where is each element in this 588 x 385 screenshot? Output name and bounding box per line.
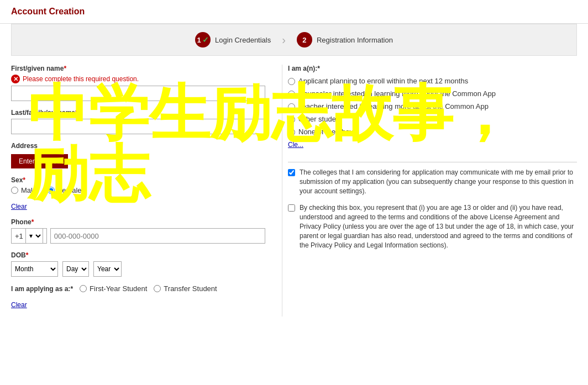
right-column: I am a(n):* Applicant planning to enroll… [282,65,577,317]
steps-bar: 1✓ Login Credentials › 2 Registration In… [11,24,577,56]
checkbox1-option: The colleges that I am considering for a… [288,168,577,196]
phone-country-code: +1 ▾ [11,228,47,244]
applying-first-year-label: First-Year Student [90,284,147,293]
iam-radio-5[interactable] [288,129,295,136]
sex-female-radio[interactable] [48,187,55,194]
applying-as-label: I am applying as a:* [11,285,73,293]
step-1-circle: 1✓ [195,32,211,48]
sex-female-label: Female [57,186,81,194]
checkbox2[interactable] [288,204,295,212]
checkbox1-text: The colleges that I am considering for a… [300,168,577,196]
applying-transfer: Transfer Student [154,284,217,293]
sex-group: Sex* Male Female [11,176,265,194]
sex-options: Male Female [11,186,265,194]
iam-radio-2[interactable] [288,91,295,98]
section-divider [288,162,577,162]
sex-male-label: Male [21,186,36,194]
step-arrow: › [282,34,286,46]
iam-label-4: Other student [298,115,342,123]
applying-as-group: I am applying as a:* First-Year Student … [11,284,265,293]
step-1-label: Login Credentials [215,36,271,44]
iam-option-2: Counselor interested in learning more ab… [288,89,577,98]
phone-country-select[interactable]: ▾ [25,228,43,244]
sex-male: Male [11,186,36,194]
sex-female: Female [48,186,81,194]
address-label: Address [11,142,265,150]
applying-transfer-label: Transfer Student [164,284,217,293]
iam-label-2: Counselor interested in learning more ab… [298,89,496,98]
checkbox1[interactable] [288,169,295,176]
page-header: Account Creation [0,0,588,24]
sex-clear-link[interactable]: Clear [11,203,27,210]
applying-transfer-radio[interactable] [154,285,161,292]
enter-address-button[interactable]: Enter address [11,154,68,168]
applying-first-year-radio[interactable] [80,285,87,292]
iam-option-4: Other student [288,115,577,123]
last-name-label: Last/family/surname* [11,109,265,117]
dob-label: DOB* [11,251,265,259]
phone-row: +1 ▾ [11,228,265,244]
iam-radio-3[interactable] [288,103,295,110]
iam-label: I am a(n):* [288,65,577,72]
last-name-group: Last/family/surname* [11,109,265,134]
iam-option-1: Applicant planning to enroll within the … [288,77,577,85]
page-title: Account Creation [11,7,577,17]
form-body: First/given name* ✕ Please complete this… [0,65,588,317]
iam-clear-link[interactable]: Cle... [288,141,303,149]
phone-number-input[interactable] [50,228,265,244]
applying-clear-link[interactable]: Clear [11,301,27,309]
iam-label-1: Applicant planning to enroll within the … [298,77,468,85]
left-column: First/given name* ✕ Please complete this… [11,65,282,317]
dob-row: Month JanuaryFebruaryMarch AprilMayJune … [11,261,265,277]
step-2-circle: 2 [297,32,312,48]
dob-day-select[interactable]: Day [62,261,89,277]
phone-label: Phone* [11,218,265,226]
iam-label-5: None of the above [298,128,357,136]
checkbox2-text: By checking this box, you represent that… [300,203,577,250]
iam-option-3: Teacher interested in learning more abou… [288,102,577,110]
first-name-group: First/given name* ✕ Please complete this… [11,65,265,101]
phone-group: Phone* +1 ▾ [11,218,265,244]
iam-radio-1[interactable] [288,78,295,85]
iam-radio-4[interactable] [288,116,295,123]
checkbox2-option: By checking this box, you represent that… [288,203,577,250]
step-2-label: Registration Information [317,36,393,44]
first-name-label: First/given name* [11,65,265,72]
last-name-input[interactable] [11,119,265,134]
step-1: 1✓ Login Credentials [195,32,271,48]
applying-as-row: I am applying as a:* First-Year Student … [11,284,265,293]
address-group: Address Enter address [11,142,265,168]
sex-male-radio[interactable] [11,187,18,194]
dob-group: DOB* Month JanuaryFebruaryMarch AprilMay… [11,251,265,277]
dob-month-select[interactable]: Month JanuaryFebruaryMarch AprilMayJune … [11,261,58,277]
dob-year-select[interactable]: Year [93,261,122,277]
first-name-error: ✕ Please complete this required question… [11,75,265,83]
iam-label-3: Teacher interested in learning more abou… [298,102,489,110]
step-2: 2 Registration Information [297,32,393,48]
sex-label: Sex* [11,176,265,184]
iam-option-5: None of the above [288,128,577,136]
applying-first-year: First-Year Student [80,284,147,293]
first-name-input[interactable] [11,86,265,101]
error-icon: ✕ [11,75,20,83]
